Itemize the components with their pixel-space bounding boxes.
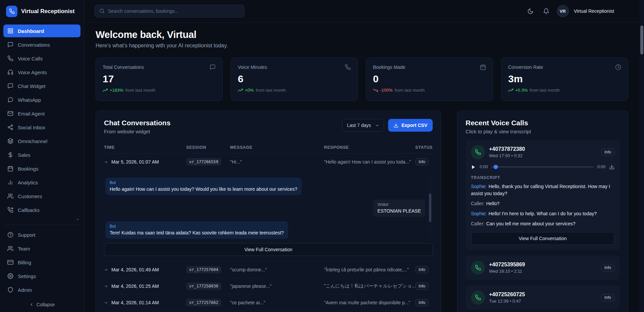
voice-call-card[interactable]: +40725260725 Tue 12:39 • 0:47 Info	[466, 285, 620, 310]
calendar-icon	[7, 166, 13, 172]
share-icon	[7, 124, 13, 130]
table-row[interactable]: Mar 5, 2026, 01:07 AM vr_177266559 "Hi..…	[104, 154, 433, 170]
chevron-down-icon[interactable]	[104, 301, 108, 305]
notifications-button[interactable]	[541, 6, 552, 16]
avatar[interactable]: VR	[557, 5, 569, 17]
status-badge[interactable]: Info	[601, 148, 614, 156]
transcript-text: Can you tell me more about your services…	[486, 221, 575, 226]
status-badge[interactable]: Info	[415, 266, 429, 273]
phone-logo-icon	[6, 6, 17, 17]
seek-slider[interactable]	[491, 166, 593, 168]
sidebar-item-customers[interactable]: Customers	[3, 190, 80, 203]
chat-scrollbar[interactable]	[429, 175, 431, 237]
sidebar-item-analytics[interactable]: Analytics	[3, 176, 80, 189]
search-box[interactable]	[95, 5, 245, 17]
stat-card-total-conversations: Total Conversations 17 +183%from last mo…	[96, 57, 223, 101]
view-full-conversation-button[interactable]: View Full Conversation	[471, 232, 614, 245]
transcript-text: Hello! I'm here to help. What can I do f…	[488, 211, 597, 216]
calendar-icon	[480, 64, 486, 70]
slider-knob[interactable]	[493, 165, 498, 169]
help-icon	[7, 232, 13, 238]
users-icon	[7, 246, 13, 252]
date-range-select[interactable]: Last 7 days	[342, 119, 384, 132]
chevron-down-icon[interactable]	[104, 284, 108, 288]
chat-icon	[210, 64, 216, 70]
sidebar-item-conversations[interactable]: Conversations	[3, 38, 80, 51]
recent-voice-calls-panel: Recent Voice Calls Click to play & view …	[457, 110, 628, 312]
transcript-text: Hello, thank you for calling Virtual Rec…	[471, 184, 610, 196]
sidebar-item-admin[interactable]: Admin	[3, 283, 80, 296]
sidebar-item-chat-widget[interactable]: Chat Widget	[3, 80, 80, 92]
sidebar-item-whatsapp[interactable]: WhatsApp	[3, 93, 80, 106]
phone-call-icon	[471, 145, 485, 159]
table-row[interactable]: Mar 4, 2026, 01:25 AM vr_177258030 "japa…	[104, 278, 433, 295]
transcript-text: Hello?	[486, 201, 499, 206]
message-text: Hello again! How can I assist you today?…	[110, 186, 297, 192]
table-row[interactable]: Mar 4, 2026, 01:14 AM vr_177257662 "ce p…	[104, 295, 433, 311]
status-badge[interactable]: Info	[415, 158, 429, 166]
phone-callback-icon	[7, 207, 13, 213]
view-full-conversation-button[interactable]: View Full Conversation	[104, 243, 433, 256]
sidebar-item-team[interactable]: Team	[3, 242, 80, 255]
chat-panel-title: Chat Conversations	[104, 119, 170, 127]
trend-up-icon	[508, 88, 513, 93]
row-message: "ce pachete ai..."	[230, 300, 324, 305]
trend-down-icon	[373, 88, 378, 93]
page-scrollbar[interactable]	[640, 0, 644, 312]
bell-icon	[543, 8, 549, 14]
sidebar-item-support[interactable]: Support	[3, 228, 80, 241]
page-scrollbar-thumb[interactable]	[640, 26, 643, 54]
play-icon[interactable]	[471, 165, 476, 170]
sidebar-item-sales[interactable]: Sales	[3, 148, 80, 161]
sidebar-item-social-inbox[interactable]: Social Inbox	[3, 121, 80, 134]
chevron-down-icon	[375, 123, 379, 128]
transcript-label: TRANSCRIPT	[471, 175, 614, 180]
topbar-right: VR Virtual Receptionist	[525, 5, 614, 17]
sidebar-item-callbacks[interactable]: Callbacks	[3, 204, 80, 216]
audio-player: 0:00 0:00	[471, 164, 614, 170]
export-csv-button[interactable]: Export CSV	[388, 119, 433, 132]
stat-value: 3m	[508, 73, 621, 85]
status-badge[interactable]: Info	[415, 299, 429, 306]
chevron-up-icon[interactable]	[104, 160, 108, 164]
sidebar-item-voice-calls[interactable]: Voice Calls	[3, 52, 80, 65]
voice-call-card[interactable]: +40737872380 Wed 17:50 • 0:32 Info 0:00 …	[466, 140, 620, 250]
message-text: Tere! Kuidas ma saan teid täna aidata? K…	[110, 230, 284, 235]
mail-icon	[7, 110, 13, 117]
sidebar-item-email-agent[interactable]: Email Agent	[3, 107, 80, 120]
download-icon[interactable]	[609, 164, 614, 170]
topbar: VR Virtual Receptionist	[84, 0, 640, 23]
search-input[interactable]	[108, 8, 240, 14]
speaker-name: Sophie:	[471, 184, 487, 189]
phone-icon	[7, 55, 13, 61]
transcript-line: Caller:Can you tell me more about your s…	[471, 220, 614, 227]
status-badge[interactable]: Info	[601, 264, 614, 271]
sidebar-item-dashboard[interactable]: Dashboard	[3, 25, 80, 37]
chevron-down-icon[interactable]	[104, 268, 108, 272]
dark-mode-toggle[interactable]	[525, 6, 536, 16]
stat-value: 6	[238, 73, 351, 85]
status-badge[interactable]: Info	[601, 294, 614, 301]
stat-label: Conversion Rate	[508, 64, 543, 70]
chevron-down-icon	[75, 217, 80, 222]
call-number: +40725260725	[489, 292, 525, 298]
collapse-sidebar-button[interactable]: Collapse	[0, 297, 84, 312]
sidebar-item-omnichannel[interactable]: Omnichannel	[3, 135, 80, 147]
col-status: STATUS	[415, 145, 433, 150]
row-message: "Hi..."	[230, 159, 324, 165]
sidebar-item-billing[interactable]: Billing	[3, 256, 80, 269]
voice-call-card[interactable]: +40725395869 Wed 16:10 • 2:11 Info	[466, 256, 620, 280]
layers-icon	[7, 138, 13, 144]
chat-scrollbar-thumb[interactable]	[429, 193, 431, 222]
sidebar-item-voice-agents[interactable]: Voice Agents	[3, 66, 80, 79]
shield-icon	[7, 287, 13, 293]
nav-scroll-indicator[interactable]	[3, 217, 80, 222]
row-time: Mar 4, 2026, 01:25 AM	[111, 283, 159, 289]
sidebar-item-bookings[interactable]: Bookings	[3, 162, 80, 175]
session-badge: vr_177257604	[186, 266, 221, 273]
phone-icon	[345, 64, 351, 70]
sidebar-item-settings[interactable]: Settings	[3, 270, 80, 282]
status-badge[interactable]: Info	[415, 282, 429, 290]
clock-icon	[615, 64, 621, 70]
table-row[interactable]: Mar 4, 2026, 01:49 AM vr_177257604 "scum…	[104, 262, 433, 278]
